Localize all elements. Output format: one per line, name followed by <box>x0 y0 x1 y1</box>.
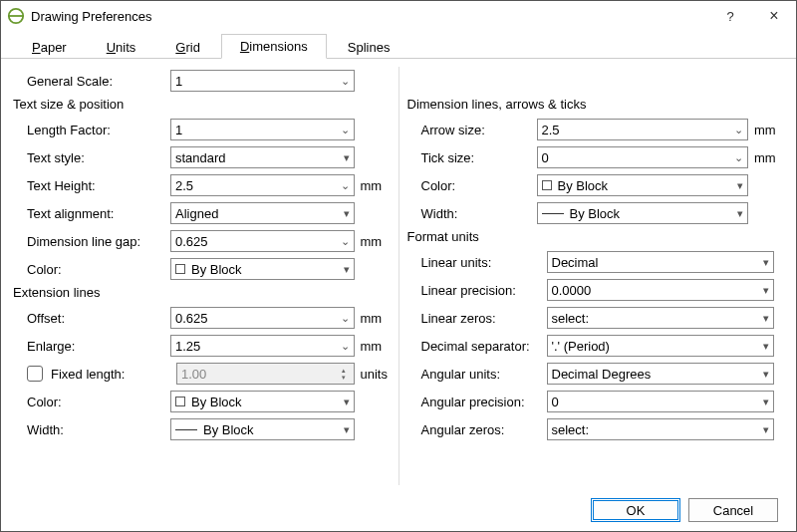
dropdown-arrow-icon: ▾ <box>731 179 743 192</box>
dropdown-arrow-icon: ▾ <box>757 340 769 353</box>
heading-format-units: Format units <box>407 229 785 244</box>
tab-grid[interactable]: Grid <box>156 35 219 59</box>
chevron-down-icon: ⌄ <box>338 340 350 353</box>
color-swatch-icon <box>542 180 552 190</box>
color-swatch-icon <box>175 264 185 274</box>
unit-mm: mm <box>355 234 391 249</box>
app-icon <box>7 7 25 25</box>
row-general-scale: General Scale: 1⌄ <box>13 67 391 95</box>
tab-dimensions[interactable]: Dimensions <box>221 34 327 59</box>
combo-ang-zeros[interactable]: select:▾ <box>547 418 775 440</box>
chevron-down-icon: ⌄ <box>338 124 350 136</box>
line-swatch-icon <box>175 429 197 430</box>
label-dec-sep: Decimal separator: <box>407 339 547 354</box>
dropdown-arrow-icon: ▾ <box>757 368 769 381</box>
label-ang-zeros: Angular zeros: <box>407 422 547 437</box>
combo-text-color[interactable]: By Block▾ <box>170 258 355 280</box>
color-swatch-icon <box>175 397 185 406</box>
combo-lin-zeros[interactable]: select:▾ <box>547 307 775 329</box>
dropdown-arrow-icon: ▾ <box>731 207 743 220</box>
combo-text-style[interactable]: standard▾ <box>170 146 355 168</box>
combo-ang-prec[interactable]: 0▾ <box>547 391 775 412</box>
combo-text-alignment[interactable]: Aligned▾ <box>170 202 355 224</box>
combo-arrow-size[interactable]: 2.5⌄ <box>537 119 749 140</box>
unit-mm: mm <box>748 123 784 137</box>
label-ext-color: Color: <box>13 395 170 409</box>
close-button[interactable]: × <box>752 1 796 31</box>
dropdown-arrow-icon: ▾ <box>338 396 350 408</box>
dropdown-arrow-icon: ▾ <box>757 256 769 269</box>
chevron-down-icon: ⌄ <box>338 179 350 192</box>
unit-mm: mm <box>355 339 391 354</box>
label-ang-prec: Angular precision: <box>407 395 547 409</box>
combo-lin-prec[interactable]: 0.0000▾ <box>547 279 775 301</box>
heading-extension-lines: Extension lines <box>13 285 391 300</box>
label-fixed-length: Fixed length: <box>49 367 176 382</box>
dropdown-arrow-icon: ▾ <box>757 312 769 325</box>
combo-dim-gap[interactable]: 0.625⌄ <box>170 230 355 252</box>
tab-splines[interactable]: Splines <box>329 35 409 59</box>
help-button[interactable]: ? <box>708 1 752 31</box>
spinner-fixed-length[interactable]: 1.00▴▾ <box>176 363 355 385</box>
combo-tick-size[interactable]: 0⌄ <box>537 146 749 168</box>
dialog-window: Drawing Preferences ? × Paper Units Grid… <box>0 0 797 532</box>
label-dim-color: Color: <box>407 178 537 193</box>
dialog-footer: OK Cancel <box>1 489 796 531</box>
titlebar: Drawing Preferences ? × <box>1 1 796 31</box>
heading-dim-lines: Dimension lines, arrows & ticks <box>407 97 785 112</box>
unit-mm: mm <box>748 150 784 165</box>
combo-ext-color[interactable]: By Block▾ <box>170 391 355 412</box>
combo-offset[interactable]: 0.625⌄ <box>170 307 355 329</box>
window-title: Drawing Preferences <box>31 9 708 24</box>
chevron-down-icon: ⌄ <box>338 312 350 325</box>
left-column: General Scale: 1⌄ Text size & position L… <box>13 67 399 485</box>
label-text-color: Color: <box>13 262 170 277</box>
label-dim-width: Width: <box>407 206 537 221</box>
chevron-down-icon: ⌄ <box>731 151 743 164</box>
combo-length-factor[interactable]: 1⌄ <box>170 119 355 140</box>
tab-units[interactable]: Units <box>88 35 155 59</box>
label-lin-units: Linear units: <box>407 255 547 270</box>
label-dim-gap: Dimension line gap: <box>13 234 170 249</box>
dropdown-arrow-icon: ▾ <box>757 396 769 408</box>
checkbox-fixed-length[interactable] <box>27 366 43 382</box>
combo-ext-width[interactable]: By Block▾ <box>170 418 355 440</box>
line-swatch-icon <box>542 213 564 214</box>
combo-lin-units[interactable]: Decimal▾ <box>547 251 775 273</box>
dropdown-arrow-icon: ▾ <box>338 423 350 436</box>
label-ang-units: Angular units: <box>407 367 547 382</box>
tab-paper[interactable]: Paper <box>13 35 86 59</box>
content-pane: General Scale: 1⌄ Text size & position L… <box>1 59 796 489</box>
label-text-height: Text Height: <box>13 178 170 193</box>
dropdown-arrow-icon: ▾ <box>757 284 769 297</box>
label-arrow: Arrow size: <box>407 123 537 137</box>
chevron-down-icon: ⌄ <box>731 124 743 136</box>
label-offset: Offset: <box>13 311 170 326</box>
label-length-factor: Length Factor: <box>13 123 170 137</box>
unit-mm: mm <box>355 311 391 326</box>
combo-dec-sep[interactable]: '.' (Period)▾ <box>547 335 775 357</box>
chevron-down-icon: ⌄ <box>338 235 350 248</box>
dropdown-arrow-icon: ▾ <box>338 151 350 164</box>
combo-enlarge[interactable]: 1.25⌄ <box>170 335 355 357</box>
dropdown-arrow-icon: ▾ <box>338 263 350 276</box>
combo-text-height[interactable]: 2.5⌄ <box>170 174 355 196</box>
combo-dim-color[interactable]: By Block▾ <box>537 174 749 196</box>
label-lin-zeros: Linear zeros: <box>407 311 547 326</box>
right-column: Dimension lines, arrows & ticks Arrow si… <box>399 67 785 485</box>
unit-units: units <box>355 367 391 382</box>
combo-ang-units[interactable]: Decimal Degrees▾ <box>547 363 775 385</box>
label-text-style: Text style: <box>13 150 170 165</box>
spinner-icon: ▴▾ <box>338 367 350 381</box>
dropdown-arrow-icon: ▾ <box>757 423 769 436</box>
tab-bar: Paper Units Grid Dimensions Splines <box>1 31 796 59</box>
dropdown-arrow-icon: ▾ <box>338 207 350 220</box>
label-general-scale: General Scale: <box>13 74 170 89</box>
combo-dim-width[interactable]: By Block▾ <box>537 202 749 224</box>
combo-general-scale[interactable]: 1⌄ <box>170 70 355 92</box>
label-ext-width: Width: <box>13 422 170 437</box>
label-enlarge: Enlarge: <box>13 339 170 354</box>
label-text-alignment: Text alignment: <box>13 206 170 221</box>
cancel-button[interactable]: Cancel <box>688 498 778 522</box>
ok-button[interactable]: OK <box>591 498 680 522</box>
